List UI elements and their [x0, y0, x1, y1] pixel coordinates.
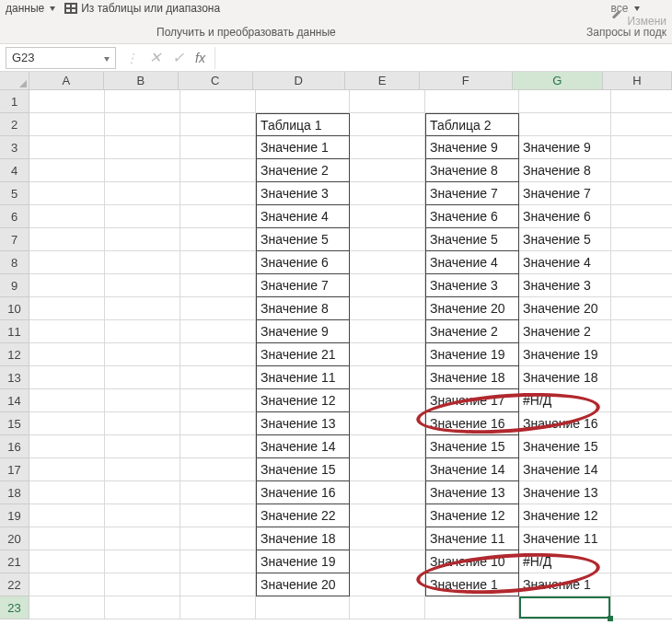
cell-G14[interactable]: #Н/Д	[519, 389, 611, 412]
cell-C18[interactable]	[180, 481, 256, 504]
column-header-A[interactable]: A	[29, 72, 104, 89]
cell-G13[interactable]: Значение 18	[519, 366, 611, 389]
cell-C12[interactable]	[180, 343, 256, 366]
cell-E16[interactable]	[350, 435, 425, 458]
cell-G21[interactable]: #Н/Д	[519, 550, 611, 573]
row-header-13[interactable]: 13	[0, 366, 29, 389]
cell-F6[interactable]: Значение 6	[425, 205, 519, 228]
cell-G16[interactable]: Значение 15	[519, 435, 611, 458]
cell-C17[interactable]	[180, 458, 256, 481]
cell-E22[interactable]	[350, 573, 425, 596]
cell-A1[interactable]	[29, 90, 105, 113]
cell-E4[interactable]	[350, 159, 425, 182]
cell-F7[interactable]: Значение 5	[425, 228, 519, 251]
cell-A23[interactable]	[29, 596, 105, 619]
cell-H20[interactable]	[611, 527, 672, 550]
cell-E21[interactable]	[350, 550, 425, 573]
cell-E18[interactable]	[350, 481, 425, 504]
cell-G19[interactable]: Значение 12	[519, 504, 611, 527]
cell-B9[interactable]	[105, 274, 180, 297]
row-header-10[interactable]: 10	[0, 297, 29, 320]
cell-A16[interactable]	[29, 435, 105, 458]
cell-D11[interactable]: Значение 9	[256, 320, 350, 343]
cell-G4[interactable]: Значение 8	[519, 159, 611, 182]
cell-H6[interactable]	[611, 205, 672, 228]
cell-A20[interactable]	[29, 527, 105, 550]
cell-A12[interactable]	[29, 343, 105, 366]
cell-C11[interactable]	[180, 320, 256, 343]
cell-F20[interactable]: Значение 11	[425, 527, 519, 550]
cell-F4[interactable]: Значение 8	[425, 159, 519, 182]
cell-C7[interactable]	[180, 228, 256, 251]
cell-B13[interactable]	[105, 366, 180, 389]
cell-C8[interactable]	[180, 251, 256, 274]
row-header-4[interactable]: 4	[0, 159, 29, 182]
cell-E12[interactable]	[350, 343, 425, 366]
cell-B14[interactable]	[105, 389, 180, 412]
cell-A22[interactable]	[29, 573, 105, 596]
cell-C23[interactable]	[180, 596, 256, 619]
cell-C15[interactable]	[180, 412, 256, 435]
cell-B3[interactable]	[105, 136, 180, 159]
cell-E1[interactable]	[350, 90, 425, 113]
cell-C21[interactable]	[180, 550, 256, 573]
cell-C13[interactable]	[180, 366, 256, 389]
cell-B6[interactable]	[105, 205, 180, 228]
cell-G10[interactable]: Значение 20	[519, 297, 611, 320]
cell-E17[interactable]	[350, 458, 425, 481]
cell-C4[interactable]	[180, 159, 256, 182]
cell-E6[interactable]	[350, 205, 425, 228]
row-header-21[interactable]: 21	[0, 550, 29, 573]
cell-E23[interactable]	[350, 596, 425, 619]
cell-F21[interactable]: Значение 10	[425, 550, 519, 573]
cell-B17[interactable]	[105, 458, 180, 481]
cell-A7[interactable]	[29, 228, 105, 251]
cell-D12[interactable]: Значение 21	[256, 343, 350, 366]
row-header-14[interactable]: 14	[0, 389, 29, 412]
cell-D15[interactable]: Значение 13	[256, 412, 350, 435]
cell-H16[interactable]	[611, 435, 672, 458]
cell-B21[interactable]	[105, 550, 180, 573]
cell-D1[interactable]	[256, 90, 350, 113]
cell-G11[interactable]: Значение 2	[519, 320, 611, 343]
cell-H8[interactable]	[611, 251, 672, 274]
cell-D2[interactable]: Таблица 1	[256, 113, 350, 136]
cell-F3[interactable]: Значение 9	[425, 136, 519, 159]
row-header-5[interactable]: 5	[0, 182, 29, 205]
cell-H2[interactable]	[611, 113, 672, 136]
cell-D3[interactable]: Значение 1	[256, 136, 350, 159]
column-header-D[interactable]: D	[253, 72, 346, 89]
cell-A4[interactable]	[29, 159, 105, 182]
cell-C20[interactable]	[180, 527, 256, 550]
cell-G18[interactable]: Значение 13	[519, 481, 611, 504]
column-header-H[interactable]: H	[603, 72, 672, 89]
enter-formula-button[interactable]: ✓	[172, 49, 184, 66]
cell-A18[interactable]	[29, 481, 105, 504]
cell-C22[interactable]	[180, 573, 256, 596]
ribbon-from-table-button[interactable]: Из таблицы или диапазона	[64, 2, 220, 15]
cell-D16[interactable]: Значение 14	[256, 435, 350, 458]
cell-B10[interactable]	[105, 297, 180, 320]
cell-D22[interactable]: Значение 20	[256, 573, 350, 596]
cell-H5[interactable]	[611, 182, 672, 205]
cancel-formula-button[interactable]: ✕	[149, 49, 161, 66]
cell-H3[interactable]	[611, 136, 672, 159]
cell-B22[interactable]	[105, 573, 180, 596]
cell-A5[interactable]	[29, 182, 105, 205]
cell-B2[interactable]	[105, 113, 180, 136]
cell-A8[interactable]	[29, 251, 105, 274]
cell-D20[interactable]: Значение 18	[256, 527, 350, 550]
cell-F1[interactable]	[425, 90, 519, 113]
cell-C3[interactable]	[180, 136, 256, 159]
column-header-C[interactable]: C	[179, 72, 253, 89]
row-header-20[interactable]: 20	[0, 527, 29, 550]
cell-E9[interactable]	[350, 274, 425, 297]
cell-E7[interactable]	[350, 228, 425, 251]
cell-H22[interactable]	[611, 573, 672, 596]
row-header-3[interactable]: 3	[0, 136, 29, 159]
cell-D7[interactable]: Значение 5	[256, 228, 350, 251]
cell-H19[interactable]	[611, 504, 672, 527]
cell-B8[interactable]	[105, 251, 180, 274]
cell-E10[interactable]	[350, 297, 425, 320]
cell-D21[interactable]: Значение 19	[256, 550, 350, 573]
